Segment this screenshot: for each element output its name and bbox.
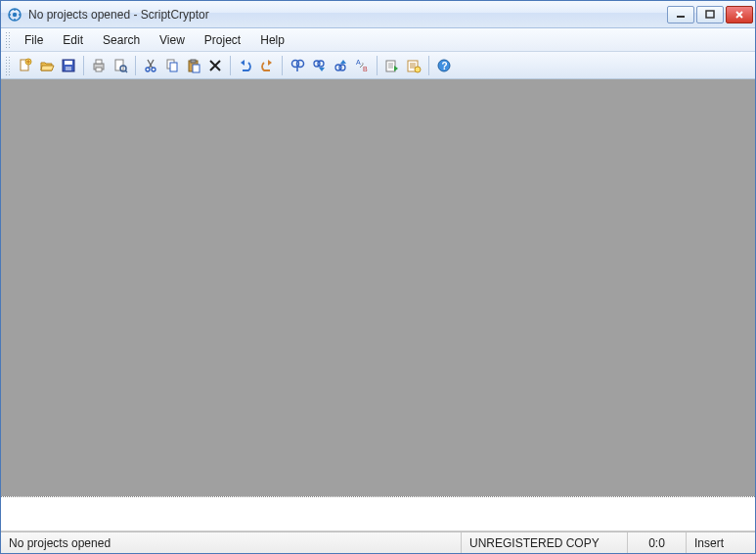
save-icon bbox=[61, 58, 76, 73]
svg-rect-7 bbox=[65, 61, 72, 65]
new-file-button[interactable] bbox=[15, 55, 36, 76]
menubar: File Edit Search View Project Help bbox=[1, 28, 755, 52]
redo-icon bbox=[259, 58, 275, 73]
toolbar: AB ? bbox=[1, 52, 755, 79]
find-prev-icon bbox=[333, 58, 348, 73]
minimize-button[interactable] bbox=[667, 6, 694, 23]
print-button[interactable] bbox=[88, 55, 110, 76]
find-button[interactable] bbox=[287, 55, 308, 76]
svg-rect-21 bbox=[193, 65, 200, 72]
svg-point-15 bbox=[146, 68, 150, 71]
svg-rect-3 bbox=[706, 11, 714, 18]
redo-button[interactable] bbox=[256, 55, 278, 76]
svg-rect-8 bbox=[66, 67, 71, 70]
workspace bbox=[1, 79, 755, 496]
find-next-button[interactable] bbox=[308, 55, 330, 76]
toolbar-grip bbox=[5, 56, 11, 75]
cut-icon bbox=[143, 58, 158, 73]
svg-point-1 bbox=[13, 12, 17, 16]
window-title: No projects opened - ScriptCryptor bbox=[28, 8, 667, 22]
bookmark-icon: AB bbox=[354, 58, 370, 73]
output-panel bbox=[1, 496, 755, 531]
compile-button[interactable] bbox=[381, 55, 403, 76]
status-insert-mode: Insert bbox=[687, 532, 755, 553]
menu-edit[interactable]: Edit bbox=[53, 30, 93, 50]
print-preview-icon bbox=[112, 58, 128, 73]
app-icon bbox=[7, 7, 22, 23]
find-prev-button[interactable] bbox=[330, 55, 351, 76]
status-cursor-position: 0:0 bbox=[628, 532, 687, 553]
undo-icon bbox=[238, 58, 253, 73]
svg-text:?: ? bbox=[442, 61, 448, 71]
titlebar: No projects opened - ScriptCryptor bbox=[1, 1, 755, 28]
svg-text:B: B bbox=[363, 66, 368, 72]
svg-rect-20 bbox=[191, 60, 196, 63]
svg-point-26 bbox=[318, 61, 324, 67]
menu-help[interactable]: Help bbox=[250, 30, 294, 50]
settings-button[interactable] bbox=[403, 55, 424, 76]
toolbar-separator bbox=[377, 56, 378, 75]
window-controls bbox=[667, 6, 753, 23]
close-button[interactable] bbox=[726, 6, 753, 23]
svg-point-33 bbox=[415, 67, 421, 72]
print-preview-button[interactable] bbox=[110, 55, 131, 76]
toolbar-separator bbox=[428, 56, 429, 75]
find-next-icon bbox=[311, 58, 327, 73]
replace-button[interactable]: AB bbox=[351, 55, 373, 76]
svg-text:A: A bbox=[356, 59, 361, 66]
menu-project[interactable]: Project bbox=[195, 30, 250, 50]
svg-point-16 bbox=[152, 68, 156, 71]
svg-rect-11 bbox=[96, 68, 102, 71]
settings-icon bbox=[406, 58, 422, 73]
window: No projects opened - ScriptCryptor File … bbox=[0, 0, 756, 554]
paste-button[interactable] bbox=[183, 55, 204, 76]
print-icon bbox=[91, 58, 107, 73]
undo-button[interactable] bbox=[235, 55, 256, 76]
svg-point-23 bbox=[297, 60, 304, 67]
menu-view[interactable]: View bbox=[150, 30, 195, 50]
svg-rect-10 bbox=[96, 60, 102, 64]
save-button[interactable] bbox=[58, 55, 79, 76]
menu-file[interactable]: File bbox=[15, 30, 53, 50]
copy-button[interactable] bbox=[161, 55, 183, 76]
maximize-button[interactable] bbox=[696, 6, 724, 23]
menu-search[interactable]: Search bbox=[93, 30, 150, 50]
help-button[interactable]: ? bbox=[433, 55, 455, 76]
help-icon: ? bbox=[436, 58, 452, 73]
toolbar-separator bbox=[282, 56, 283, 75]
toolbar-separator bbox=[135, 56, 136, 75]
open-button[interactable] bbox=[36, 55, 58, 76]
status-registration: UNREGISTERED COPY bbox=[462, 532, 628, 553]
cut-button[interactable] bbox=[140, 55, 161, 76]
status-message: No projects opened bbox=[1, 532, 462, 553]
toolbar-separator bbox=[230, 56, 231, 75]
toolbar-separator bbox=[83, 56, 84, 75]
svg-line-14 bbox=[125, 70, 127, 72]
svg-point-28 bbox=[339, 65, 345, 70]
statusbar: No projects opened UNREGISTERED COPY 0:0… bbox=[1, 531, 755, 553]
paste-icon bbox=[186, 58, 201, 73]
delete-button[interactable] bbox=[204, 55, 226, 76]
menubar-grip bbox=[5, 31, 11, 49]
compile-icon bbox=[384, 58, 400, 73]
delete-icon bbox=[207, 58, 223, 73]
open-folder-icon bbox=[39, 58, 55, 73]
copy-icon bbox=[164, 58, 180, 73]
new-file-icon bbox=[18, 58, 33, 73]
find-icon bbox=[289, 58, 305, 73]
svg-rect-18 bbox=[170, 63, 177, 71]
